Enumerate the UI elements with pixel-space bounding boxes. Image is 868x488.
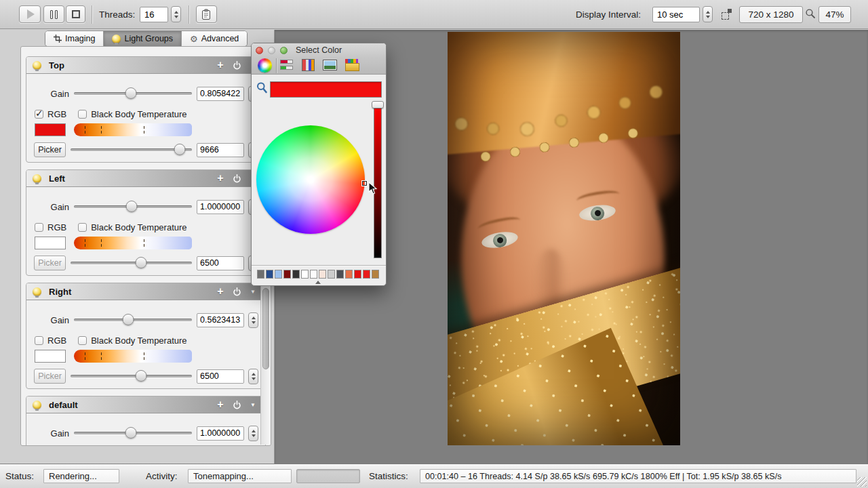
color-wheel[interactable] bbox=[256, 125, 365, 234]
swatch-drawer-grip[interactable] bbox=[315, 281, 321, 284]
gain-slider[interactable] bbox=[74, 85, 192, 102]
render-pause-button[interactable] bbox=[43, 5, 64, 23]
blackbody-checkbox[interactable] bbox=[78, 110, 87, 119]
rgb-checkbox[interactable] bbox=[35, 223, 43, 232]
gain-slider[interactable] bbox=[74, 311, 192, 329]
zoom-level-display[interactable]: 47% bbox=[818, 6, 851, 23]
add-light-group-button[interactable]: + bbox=[215, 60, 226, 70]
copy-to-clipboard-button[interactable] bbox=[196, 5, 217, 23]
window-resize-grip[interactable] bbox=[857, 477, 867, 487]
saved-color-swatch[interactable] bbox=[328, 270, 335, 279]
slider-handle[interactable] bbox=[126, 201, 138, 212]
temperature-slider[interactable] bbox=[71, 254, 192, 272]
light-group-header[interactable]: Left + ▼ bbox=[26, 170, 265, 187]
saved-color-swatch[interactable] bbox=[301, 270, 309, 279]
zoom-button[interactable] bbox=[280, 47, 288, 54]
temperature-value-input[interactable] bbox=[197, 143, 244, 157]
gain-value-input[interactable] bbox=[197, 87, 244, 101]
saved-color-swatch[interactable] bbox=[319, 270, 326, 279]
brightness-slider[interactable] bbox=[374, 104, 382, 258]
add-light-group-button[interactable]: + bbox=[215, 400, 226, 409]
saved-color-swatch[interactable] bbox=[363, 270, 370, 279]
saved-color-swatch[interactable] bbox=[266, 270, 273, 279]
saved-color-swatch[interactable] bbox=[354, 270, 361, 279]
saved-color-swatch[interactable] bbox=[336, 270, 344, 279]
color-palettes-mode-button[interactable] bbox=[302, 59, 315, 71]
temperature-slider[interactable] bbox=[71, 367, 192, 385]
threads-input[interactable] bbox=[140, 7, 168, 22]
saved-color-swatch[interactable] bbox=[372, 270, 379, 279]
dialog-titlebar[interactable]: Select Color bbox=[252, 43, 386, 57]
saved-color-swatch[interactable] bbox=[292, 270, 300, 279]
tab-imaging[interactable]: Imaging bbox=[45, 31, 104, 46]
color-sliders-mode-button[interactable] bbox=[280, 60, 293, 71]
rgb-checkbox[interactable] bbox=[35, 336, 43, 345]
slider-handle[interactable] bbox=[174, 144, 186, 155]
picker-button[interactable]: Picker bbox=[34, 369, 66, 384]
scrollbar-thumb[interactable] bbox=[262, 288, 269, 369]
gain-stepper[interactable] bbox=[248, 312, 258, 328]
light-group-section: Right + ▼ Gain bbox=[26, 283, 266, 389]
light-group-header[interactable]: Right + ▼ bbox=[26, 283, 265, 300]
light-group-header[interactable]: Top + ▼ bbox=[26, 57, 265, 74]
add-light-group-button[interactable]: + bbox=[215, 174, 226, 183]
group-color-swatch[interactable] bbox=[35, 237, 66, 249]
image-palettes-mode-button[interactable] bbox=[323, 60, 337, 70]
gain-value-input[interactable] bbox=[197, 200, 244, 214]
group-color-swatch[interactable] bbox=[35, 123, 66, 136]
threads-stepper[interactable] bbox=[171, 6, 181, 22]
power-toggle-button[interactable] bbox=[231, 174, 242, 183]
color-wheel-marker[interactable] bbox=[362, 181, 367, 186]
add-light-group-button[interactable]: + bbox=[215, 287, 226, 296]
display-interval-input[interactable] bbox=[652, 7, 700, 22]
power-toggle-button[interactable] bbox=[231, 401, 242, 409]
brightness-slider-handle[interactable] bbox=[372, 101, 384, 108]
slider-handle[interactable] bbox=[125, 427, 136, 439]
slider-handle[interactable] bbox=[135, 257, 146, 268]
slider-handle[interactable] bbox=[123, 314, 134, 325]
clipboard-icon bbox=[201, 9, 212, 20]
gain-value-input[interactable] bbox=[197, 313, 244, 327]
saved-color-swatch[interactable] bbox=[275, 270, 282, 279]
saved-color-swatch[interactable] bbox=[283, 270, 291, 279]
slider-handle[interactable] bbox=[135, 370, 146, 382]
color-loupe-icon[interactable] bbox=[256, 82, 267, 94]
saved-color-swatch[interactable] bbox=[257, 270, 264, 279]
gain-slider[interactable] bbox=[74, 424, 192, 442]
gain-value-input[interactable] bbox=[197, 426, 244, 441]
blackbody-checkbox[interactable] bbox=[78, 336, 87, 345]
light-group-header[interactable]: default + ▼ bbox=[26, 396, 265, 413]
slider-handle[interactable] bbox=[125, 87, 136, 99]
tab-advanced[interactable]: ⚙ Advanced bbox=[182, 31, 247, 46]
render-stop-button[interactable] bbox=[66, 5, 85, 23]
crayons-mode-button[interactable] bbox=[345, 59, 358, 71]
power-toggle-button[interactable] bbox=[231, 61, 242, 70]
saved-color-swatch[interactable] bbox=[310, 270, 317, 279]
tab-light-groups[interactable]: Light Groups bbox=[104, 31, 182, 46]
close-button[interactable] bbox=[256, 47, 263, 54]
saved-color-swatch[interactable] bbox=[345, 270, 353, 279]
minimize-button[interactable] bbox=[268, 47, 275, 54]
temperature-slider[interactable] bbox=[71, 141, 192, 159]
gain-stepper[interactable] bbox=[248, 426, 258, 441]
collapse-chevron-icon[interactable]: ▼ bbox=[248, 402, 258, 408]
collapse-chevron-icon[interactable]: ▼ bbox=[248, 289, 258, 295]
power-toggle-button[interactable] bbox=[231, 287, 242, 296]
blackbody-gradient-bar[interactable] bbox=[74, 123, 192, 136]
group-color-swatch[interactable] bbox=[35, 350, 66, 363]
temperature-value-input[interactable] bbox=[197, 369, 244, 384]
display-interval-stepper[interactable] bbox=[703, 6, 713, 22]
tab-label: Advanced bbox=[201, 34, 239, 43]
blackbody-gradient-bar[interactable] bbox=[74, 237, 192, 249]
picker-button[interactable]: Picker bbox=[34, 142, 66, 157]
blackbody-checkbox[interactable] bbox=[78, 223, 87, 232]
temperature-value-input[interactable] bbox=[197, 256, 244, 270]
temperature-stepper[interactable] bbox=[248, 369, 258, 384]
gain-slider[interactable] bbox=[74, 198, 192, 216]
resolution-display[interactable]: 488 x 868 bbox=[739, 6, 803, 23]
blackbody-gradient-bar[interactable] bbox=[74, 350, 192, 363]
render-start-button[interactable] bbox=[19, 5, 41, 23]
rgb-checkbox[interactable] bbox=[35, 110, 43, 119]
color-wheel-mode-button[interactable] bbox=[258, 58, 272, 73]
picker-button[interactable]: Picker bbox=[34, 256, 66, 270]
